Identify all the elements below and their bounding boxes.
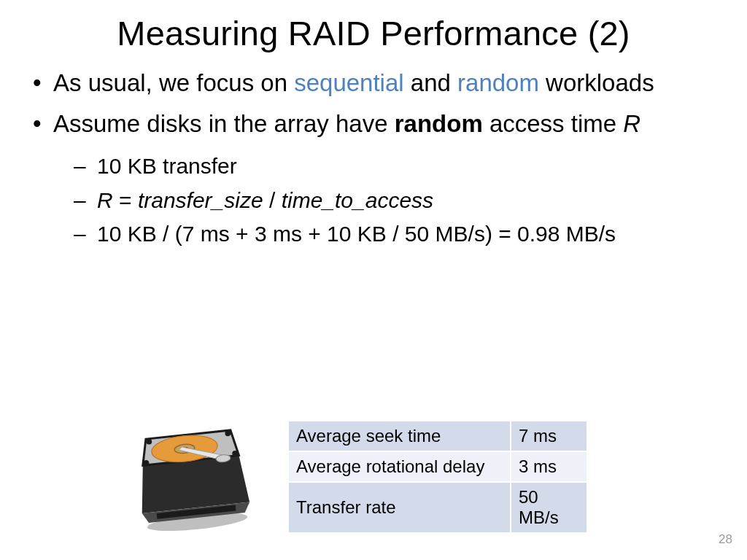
highlight-random: random	[457, 69, 539, 96]
cell-label: Transfer rate	[288, 482, 511, 533]
hard-drive-icon	[126, 416, 260, 538]
var-transfer-size: transfer_size	[138, 188, 263, 212]
text: /	[263, 188, 282, 212]
var-r: R	[623, 110, 640, 137]
cell-value: 3 ms	[511, 451, 587, 482]
sub-transfer: 10 KB transfer	[74, 149, 714, 184]
text: access time	[483, 110, 624, 137]
table-row: Transfer rate 50 MB/s	[288, 482, 587, 533]
text: =	[113, 188, 138, 212]
table-row: Average rotational delay 3 ms	[288, 451, 587, 482]
figure-row: Average seek time 7 ms Average rotationa…	[131, 420, 588, 534]
slide-body: As usual, we focus on sequential and ran…	[0, 68, 747, 252]
slide-title: Measuring RAID Performance (2)	[0, 0, 747, 68]
cell-label: Average seek time	[288, 421, 511, 451]
highlight-sequential: sequential	[294, 69, 403, 96]
bold-random: random	[395, 110, 483, 137]
cell-value: 50 MB/s	[511, 482, 587, 533]
spec-table: Average seek time 7 ms Average rotationa…	[287, 420, 588, 534]
text: As usual, we focus on	[53, 69, 294, 96]
page-number: 28	[719, 532, 732, 547]
sub-calculation: 10 KB / (7 ms + 3 ms + 10 KB / 50 MB/s) …	[74, 217, 714, 252]
cell-value: 7 ms	[511, 421, 587, 451]
text: Assume disks in the array have	[53, 110, 395, 137]
bullet-assume: Assume disks in the array have random ac…	[33, 109, 714, 252]
bullet-workloads: As usual, we focus on sequential and ran…	[33, 68, 714, 98]
text: workloads	[539, 69, 654, 96]
cell-label: Average rotational delay	[288, 451, 511, 482]
sub-formula: R = transfer_size / time_to_access	[74, 184, 714, 218]
var-time-to-access: time_to_access	[282, 188, 433, 212]
var-r: R	[97, 188, 113, 212]
text: and	[404, 69, 457, 96]
table-row: Average seek time 7 ms	[288, 421, 587, 451]
